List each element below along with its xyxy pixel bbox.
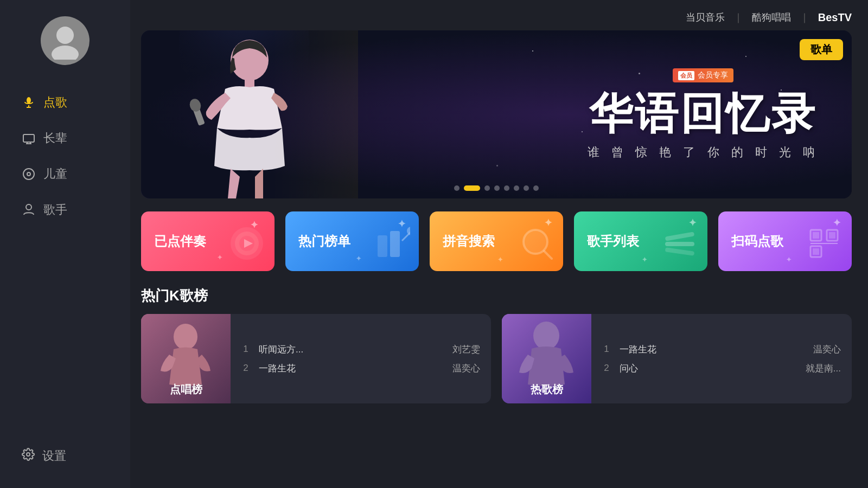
- svg-line-26: [544, 251, 552, 259]
- divider-2: ｜: [800, 11, 809, 24]
- settings-icon: [22, 448, 35, 464]
- sidebar-item-label-ge-shou: 歌手: [43, 202, 67, 218]
- banner-title: 华语回忆录: [588, 92, 819, 136]
- chart-card-dian-chang[interactable]: 点唱榜 1 听闻远方... 刘艺雯 2 一路生花 温奕心: [141, 314, 491, 403]
- chart-thumb-label-2: 热歌榜: [531, 382, 563, 397]
- chart-songs-1: 1 听闻远方... 刘艺雯 2 一路生花 温奕心: [231, 314, 491, 403]
- svg-point-24: [407, 227, 410, 235]
- qa-card-scan[interactable]: 扫码点歌 ✦ ✦: [718, 211, 852, 271]
- song-artist: 刘艺雯: [452, 343, 480, 356]
- brand-bestv: BesTV: [818, 11, 852, 24]
- song-artist: 就是南...: [806, 362, 841, 375]
- vip-text: 会员专享: [698, 70, 728, 80]
- song-num: 2: [602, 363, 611, 374]
- chart-thumb-label-1: 点唱榜: [170, 382, 202, 397]
- dot-1[interactable]: [454, 185, 459, 191]
- re-men-icon: [372, 224, 410, 266]
- person-icon: [22, 203, 36, 217]
- qa-card-ge-shou-list[interactable]: 歌手列表 ✦ ✦: [574, 211, 707, 271]
- svg-rect-35: [813, 248, 819, 255]
- brand-kugou: 酷狗唱唱: [752, 11, 791, 24]
- chart-song-row-1-1[interactable]: 1 听闻远方... 刘艺雯: [241, 343, 480, 356]
- song-num: 1: [602, 344, 611, 355]
- quick-actions: 已点伴奏 ✦ ✦ 热门榜单: [141, 211, 852, 271]
- dot-2[interactable]: [464, 185, 480, 191]
- qa-label-ya-dian: 已点伴奏: [154, 233, 206, 250]
- dot-3[interactable]: [484, 185, 490, 191]
- pin-yin-icon: [516, 224, 554, 266]
- qa-card-pin-yin[interactable]: 拼音搜索 ✦ ✦: [430, 211, 563, 271]
- svg-point-10: [27, 172, 30, 176]
- svg-rect-29: [665, 247, 695, 255]
- svg-rect-23: [390, 231, 400, 257]
- svg-rect-27: [665, 232, 695, 241]
- chart-card-re-ge[interactable]: 热歌榜 1 一路生花 温奕心 2 问心 就是南...: [502, 314, 852, 403]
- mic-icon: [22, 95, 36, 110]
- banner-vip-badge: 会员 会员专享: [673, 68, 733, 82]
- dot-7[interactable]: [524, 185, 529, 191]
- settings-item[interactable]: 设置: [0, 440, 130, 472]
- song-title: 问心: [620, 362, 797, 375]
- nav-items: 点歌 长辈 儿童: [0, 87, 130, 440]
- chart-song-row-2-1[interactable]: 1 一路生花 温奕心: [602, 343, 841, 356]
- charts-row: 点唱榜 1 听闻远方... 刘艺雯 2 一路生花 温奕心: [141, 314, 852, 403]
- svg-point-38: [174, 324, 197, 350]
- avatar[interactable]: [41, 16, 90, 65]
- banner-background: 会员 会员专享 华语回忆录 谁 曾 惊 艳 了 你 的 时 光 呐 歌单: [141, 30, 852, 198]
- banner-singer-figure: [141, 30, 358, 198]
- sidebar-item-ge-shou[interactable]: 歌手: [0, 194, 130, 226]
- svg-point-1: [52, 46, 79, 60]
- song-title: 听闻远方...: [259, 343, 444, 356]
- svg-point-2: [27, 97, 31, 104]
- svg-point-0: [56, 27, 74, 44]
- chart-song-row-2-2[interactable]: 2 问心 就是南...: [602, 362, 841, 375]
- svg-point-40: [533, 322, 559, 350]
- sidebar: 点歌 长辈 儿童: [0, 0, 130, 488]
- dot-5[interactable]: [504, 185, 509, 191]
- song-artist: 温奕心: [452, 362, 480, 375]
- sidebar-item-label-zhang-bei: 长辈: [43, 130, 67, 146]
- song-title: 一路生花: [620, 343, 805, 356]
- qa-label-pin-yin: 拼音搜索: [443, 233, 495, 250]
- divider-1: ｜: [733, 11, 743, 24]
- chart-thumb-dian-chang: 点唱榜: [141, 314, 231, 403]
- sidebar-item-dian-ge[interactable]: 点歌: [0, 87, 130, 118]
- sidebar-item-er-tong[interactable]: 儿童: [0, 158, 130, 190]
- banner-tag[interactable]: 歌单: [800, 39, 843, 60]
- chart-songs-2: 1 一路生花 温奕心 2 问心 就是南...: [591, 314, 852, 403]
- dot-6[interactable]: [514, 185, 519, 191]
- svg-point-9: [23, 169, 34, 179]
- topbar: 当贝音乐 ｜ 酷狗唱唱 ｜ BesTV: [141, 11, 852, 30]
- song-num: 2: [241, 363, 250, 374]
- svg-rect-22: [378, 235, 387, 257]
- dot-8[interactable]: [533, 185, 539, 191]
- section-title: 热门K歌榜: [141, 286, 852, 305]
- sidebar-item-label-er-tong: 儿童: [43, 166, 67, 182]
- banner[interactable]: 会员 会员专享 华语回忆录 谁 曾 惊 艳 了 你 的 时 光 呐 歌单: [141, 30, 852, 198]
- svg-rect-28: [665, 242, 694, 246]
- svg-point-11: [26, 204, 31, 210]
- scan-icon: [805, 224, 843, 266]
- ya-dian-icon: [228, 224, 266, 266]
- dot-4[interactable]: [494, 185, 500, 191]
- qa-card-ya-dian[interactable]: 已点伴奏 ✦ ✦: [141, 211, 275, 271]
- tv-icon: [22, 131, 36, 145]
- svg-rect-5: [23, 134, 34, 142]
- qa-label-re-men: 热门榜单: [298, 233, 350, 250]
- qa-label-ge-shou-list: 歌手列表: [587, 233, 639, 250]
- settings-label: 设置: [42, 448, 66, 464]
- song-num: 1: [241, 344, 250, 355]
- main-content: 当贝音乐 ｜ 酷狗唱唱 ｜ BesTV: [130, 0, 868, 488]
- song-artist: 温奕心: [813, 343, 841, 356]
- chart-song-row-1-2[interactable]: 2 一路生花 温奕心: [241, 362, 480, 375]
- qa-card-re-men[interactable]: 热门榜单 ✦ ✦: [285, 211, 419, 271]
- banner-subtitle: 谁 曾 惊 艳 了 你 的 时 光 呐: [588, 144, 819, 160]
- chart-thumb-re-ge: 热歌榜: [502, 314, 591, 403]
- circle-icon: [22, 167, 36, 181]
- svg-point-12: [27, 453, 30, 456]
- svg-rect-31: [813, 232, 819, 239]
- banner-text-area: 会员 会员专享 华语回忆录 谁 曾 惊 艳 了 你 的 时 光 呐: [588, 68, 819, 160]
- sidebar-item-zhang-bei[interactable]: 长辈: [0, 123, 130, 154]
- banner-dots: [454, 185, 539, 191]
- qa-label-scan: 扫码点歌: [731, 233, 783, 250]
